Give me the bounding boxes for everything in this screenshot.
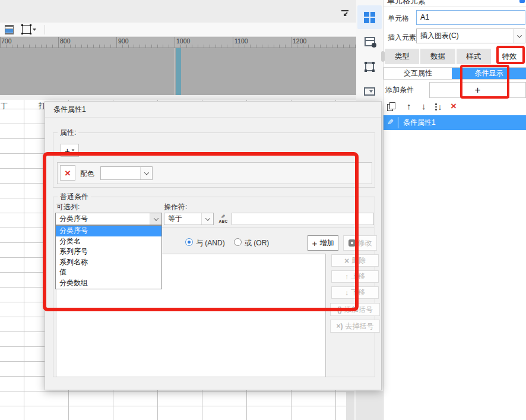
chevron-down-icon: [201, 213, 213, 225]
down-arrow-icon: ↓: [422, 101, 426, 111]
sort-button[interactable]: ↓: [435, 102, 442, 112]
dropdown-widget-tool[interactable]: [356, 80, 383, 103]
column-select-value: 分类序号: [56, 214, 150, 224]
panel-header: 单元格元素: [384, 0, 526, 7]
cell-grid-icon: [364, 12, 375, 23]
modify-button[interactable]: 修改: [343, 235, 377, 251]
attribute-group-label: 属性:: [58, 128, 78, 138]
chevron-down-icon: [140, 167, 152, 179]
insert-image-icon[interactable]: [5, 25, 14, 34]
dropdown-option[interactable]: 系列序号: [56, 247, 161, 257]
ruler-tick-label: 900: [118, 37, 129, 45]
add-attribute-button[interactable]: +: [61, 144, 79, 157]
border-frame-icon: [22, 25, 31, 34]
delete-expression-button[interactable]: × 删除: [331, 254, 379, 267]
subtab-interaction[interactable]: 交互属性: [384, 68, 452, 79]
down-arrow-icon: ↓: [345, 289, 348, 297]
move-up-button[interactable]: ↑: [407, 101, 411, 111]
dropdown-option[interactable]: 分类数组: [56, 278, 161, 289]
plus-icon: +: [65, 146, 70, 156]
add-condition-button[interactable]: +: [429, 82, 526, 98]
move-down-expression-button[interactable]: ↓ 下移: [331, 286, 379, 299]
canvas-selection-marker: [176, 48, 181, 95]
dropdown-option[interactable]: 系列名称: [56, 257, 161, 268]
normal-condition-group: 普通条件 可选列: 操作符: 分类序号 等于 ✎ ABC 与 (AND) 或 (…: [53, 197, 375, 377]
horizontal-ruler: 700 800 900 1000 1100 1200: [0, 37, 356, 48]
table-info-icon: [365, 37, 375, 46]
abc-icon: ABC: [219, 219, 228, 223]
sort-dots-icon: [435, 103, 437, 110]
brackets-icon: (): [337, 305, 342, 314]
add-bracket-button[interactable]: () 添加括号: [330, 303, 380, 316]
close-icon: ×: [451, 100, 457, 112]
condition-attribute-dialog: 条件属性1 属性: + × 配色 普通条件 可选列:: [45, 101, 382, 390]
and-radio-label: 与 (AND): [196, 238, 225, 248]
down-button-label: 下移: [351, 288, 365, 298]
subtab-conditional-display[interactable]: 条件显示: [452, 68, 526, 79]
color-scheme-select[interactable]: [100, 166, 153, 180]
dropdown-option[interactable]: 值: [56, 267, 161, 278]
delete-condition-button[interactable]: ×: [451, 100, 457, 112]
up-arrow-icon: ↑: [407, 101, 411, 111]
app-window: 700 800 900 1000 1100 1200 丁 打: [0, 0, 526, 420]
cell-ref-input[interactable]: A1: [416, 10, 525, 25]
remove-color-attribute-button[interactable]: ×: [60, 165, 75, 181]
gear-icon: [348, 239, 356, 247]
and-radio[interactable]: [185, 238, 193, 246]
tab-data[interactable]: 数据: [420, 49, 455, 64]
color-scheme-label: 配色: [80, 169, 94, 179]
panel-tabs: 类型 数据 样式 特效: [385, 49, 526, 64]
ruler-tick-label: 1100: [235, 37, 248, 45]
remove-brackets-icon: ×): [336, 322, 343, 330]
tab-effects[interactable]: 特效: [492, 49, 526, 64]
condition-list-item-selected[interactable]: ✎ 条件属性1: [384, 115, 526, 130]
effects-subtabs: 交互属性 条件显示: [384, 67, 526, 80]
add-condition-label: 添加条件: [385, 85, 414, 95]
move-up-expression-button[interactable]: ↑ 上移: [331, 270, 379, 283]
cell-text-fragment: 丁: [1, 101, 8, 111]
delete-button-label: 删除: [351, 255, 366, 266]
pencil-icon: ✎: [221, 215, 226, 219]
close-icon: ×: [344, 256, 349, 266]
add-condition-item-button[interactable]: + 增加: [308, 235, 338, 251]
column-label: 可选列:: [56, 202, 80, 212]
list-item-separator: [398, 117, 398, 128]
remove-bracket-button[interactable]: ×) 去掉括号: [330, 320, 380, 333]
pencil-icon: ✎: [387, 118, 394, 127]
insert-element-select[interactable]: 插入图表(C): [416, 29, 525, 43]
column-select-dropdown: 分类序号 分类名 系列序号 系列名称 值 分类数组: [55, 225, 162, 289]
ruler-tick-label: 800: [60, 37, 71, 45]
table-info-tool[interactable]: [356, 30, 383, 53]
dropdown-option-selected[interactable]: 分类序号: [56, 226, 161, 236]
cell-element-panel: 单元格元素 单元格 A1 插入元素 插入图表(C) 类型 数据 样式 特效 交互…: [383, 0, 526, 420]
normal-condition-label: 普通条件: [58, 192, 91, 202]
toolbar-separator: [45, 25, 45, 34]
tab-type[interactable]: 类型: [385, 49, 419, 64]
tab-style[interactable]: 样式: [457, 49, 491, 64]
cell-element-tool[interactable]: [356, 5, 383, 29]
plus-icon: +: [475, 84, 481, 96]
pin-icon[interactable]: [519, 0, 525, 3]
caret-down-icon: [33, 29, 36, 31]
dock-arrow-icon[interactable]: [340, 8, 350, 19]
panel-scrollbar-thumb[interactable]: [381, 51, 385, 62]
or-radio[interactable]: [234, 238, 242, 246]
condition-value-input[interactable]: [232, 213, 374, 225]
border-frame-button[interactable]: [22, 25, 36, 34]
canvas-toolbar: [0, 23, 356, 37]
operator-select-value: 等于: [164, 214, 201, 224]
formula-type-button[interactable]: ✎ ABC: [216, 211, 230, 226]
or-radio-label: 或 (OR): [245, 238, 269, 248]
column-select[interactable]: 分类序号: [55, 213, 162, 225]
move-down-button[interactable]: ↓: [422, 101, 426, 111]
operator-select[interactable]: 等于: [164, 213, 214, 225]
add-button-label: 增加: [319, 238, 334, 248]
dropdown-option[interactable]: 分类名: [56, 236, 161, 247]
condition-list-item-label: 条件属性1: [403, 115, 436, 130]
design-canvas[interactable]: [0, 48, 356, 95]
attribute-group: 属性: + × 配色: [53, 132, 375, 188]
cell-text-fragment: 打: [39, 101, 44, 111]
canvas-bottom-strip: [0, 95, 356, 100]
frame-tool[interactable]: [356, 55, 383, 78]
remove-bracket-label: 去掉括号: [346, 321, 374, 331]
